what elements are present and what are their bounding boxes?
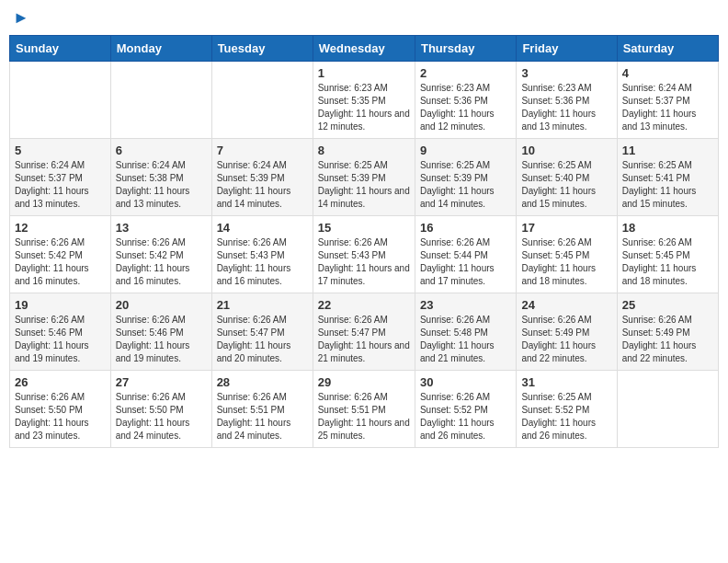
day-info: Sunrise: 6:26 AM Sunset: 5:45 PM Dayligh… bbox=[521, 237, 596, 286]
day-number: 14 bbox=[217, 221, 308, 235]
day-number: 5 bbox=[15, 144, 106, 157]
header-sunday: Sunday bbox=[10, 35, 111, 61]
day-number: 13 bbox=[116, 221, 207, 235]
day-info: Sunrise: 6:24 AM Sunset: 5:37 PM Dayligh… bbox=[15, 160, 89, 209]
day-number: 10 bbox=[521, 144, 611, 157]
day-number: 30 bbox=[420, 375, 511, 389]
header-wednesday: Wednesday bbox=[313, 35, 415, 61]
header-tuesday: Tuesday bbox=[211, 35, 313, 61]
calendar-cell: 13 Sunrise: 6:26 AM Sunset: 5:42 PM Dayl… bbox=[110, 215, 211, 293]
day-number: 8 bbox=[318, 144, 410, 157]
day-number: 1 bbox=[318, 66, 410, 80]
calendar-cell: 2 Sunrise: 6:23 AM Sunset: 5:36 PM Dayli… bbox=[415, 61, 516, 138]
page-header: ► bbox=[9, 9, 719, 28]
calendar-cell: 22 Sunrise: 6:26 AM Sunset: 5:47 PM Dayl… bbox=[313, 293, 415, 370]
calendar-cell: 23 Sunrise: 6:26 AM Sunset: 5:48 PM Dayl… bbox=[415, 293, 516, 370]
calendar-cell: 24 Sunrise: 6:26 AM Sunset: 5:49 PM Dayl… bbox=[517, 293, 617, 370]
day-info: Sunrise: 6:26 AM Sunset: 5:48 PM Dayligh… bbox=[420, 315, 495, 363]
day-number: 15 bbox=[318, 221, 410, 235]
day-number: 18 bbox=[622, 221, 713, 235]
day-number: 22 bbox=[318, 298, 410, 312]
day-info: Sunrise: 6:25 AM Sunset: 5:41 PM Dayligh… bbox=[622, 160, 697, 209]
day-number: 26 bbox=[15, 375, 106, 389]
calendar-cell: 30 Sunrise: 6:26 AM Sunset: 5:52 PM Dayl… bbox=[415, 370, 516, 447]
calendar-cell bbox=[10, 61, 111, 138]
calendar-cell: 8 Sunrise: 6:25 AM Sunset: 5:39 PM Dayli… bbox=[313, 138, 415, 215]
calendar-cell: 16 Sunrise: 6:26 AM Sunset: 5:44 PM Dayl… bbox=[415, 215, 516, 293]
day-number: 24 bbox=[521, 298, 611, 312]
day-info: Sunrise: 6:26 AM Sunset: 5:43 PM Dayligh… bbox=[217, 237, 291, 286]
day-info: Sunrise: 6:26 AM Sunset: 5:47 PM Dayligh… bbox=[217, 315, 291, 363]
day-info: Sunrise: 6:26 AM Sunset: 5:46 PM Dayligh… bbox=[15, 315, 89, 363]
calendar-week-1: 1 Sunrise: 6:23 AM Sunset: 5:35 PM Dayli… bbox=[10, 61, 719, 138]
calendar-cell: 29 Sunrise: 6:26 AM Sunset: 5:51 PM Dayl… bbox=[313, 370, 415, 447]
calendar-cell: 31 Sunrise: 6:25 AM Sunset: 5:52 PM Dayl… bbox=[517, 370, 617, 447]
day-info: Sunrise: 6:23 AM Sunset: 5:35 PM Dayligh… bbox=[318, 83, 410, 132]
calendar-cell: 15 Sunrise: 6:26 AM Sunset: 5:43 PM Dayl… bbox=[313, 215, 415, 293]
calendar-header-row: SundayMondayTuesdayWednesdayThursdayFrid… bbox=[10, 35, 719, 61]
day-info: Sunrise: 6:26 AM Sunset: 5:45 PM Dayligh… bbox=[622, 237, 697, 286]
logo: ► bbox=[13, 9, 29, 28]
day-number: 4 bbox=[622, 66, 713, 80]
day-info: Sunrise: 6:26 AM Sunset: 5:44 PM Dayligh… bbox=[420, 237, 495, 286]
calendar-cell bbox=[211, 61, 313, 138]
calendar-cell: 11 Sunrise: 6:25 AM Sunset: 5:41 PM Dayl… bbox=[617, 138, 718, 215]
calendar-cell bbox=[617, 370, 718, 447]
day-info: Sunrise: 6:24 AM Sunset: 5:38 PM Dayligh… bbox=[116, 160, 190, 209]
calendar-cell: 12 Sunrise: 6:26 AM Sunset: 5:42 PM Dayl… bbox=[10, 215, 111, 293]
day-info: Sunrise: 6:26 AM Sunset: 5:43 PM Dayligh… bbox=[318, 237, 410, 286]
day-info: Sunrise: 6:25 AM Sunset: 5:40 PM Dayligh… bbox=[521, 160, 596, 209]
calendar-cell: 21 Sunrise: 6:26 AM Sunset: 5:47 PM Dayl… bbox=[211, 293, 313, 370]
calendar-cell: 1 Sunrise: 6:23 AM Sunset: 5:35 PM Dayli… bbox=[313, 61, 415, 138]
day-number: 31 bbox=[521, 375, 611, 389]
calendar-cell: 7 Sunrise: 6:24 AM Sunset: 5:39 PM Dayli… bbox=[211, 138, 313, 215]
header-thursday: Thursday bbox=[415, 35, 516, 61]
day-info: Sunrise: 6:26 AM Sunset: 5:42 PM Dayligh… bbox=[116, 237, 190, 286]
day-number: 25 bbox=[622, 298, 713, 312]
day-info: Sunrise: 6:26 AM Sunset: 5:50 PM Dayligh… bbox=[15, 392, 89, 441]
calendar-cell: 19 Sunrise: 6:26 AM Sunset: 5:46 PM Dayl… bbox=[10, 293, 111, 370]
calendar-cell: 4 Sunrise: 6:24 AM Sunset: 5:37 PM Dayli… bbox=[617, 61, 718, 138]
calendar-cell: 20 Sunrise: 6:26 AM Sunset: 5:46 PM Dayl… bbox=[110, 293, 211, 370]
day-number: 11 bbox=[622, 144, 713, 157]
day-number: 29 bbox=[318, 375, 410, 389]
calendar-week-2: 5 Sunrise: 6:24 AM Sunset: 5:37 PM Dayli… bbox=[10, 138, 719, 215]
day-number: 20 bbox=[116, 298, 207, 312]
calendar-cell: 28 Sunrise: 6:26 AM Sunset: 5:51 PM Dayl… bbox=[211, 370, 313, 447]
day-info: Sunrise: 6:26 AM Sunset: 5:51 PM Dayligh… bbox=[217, 392, 291, 441]
day-info: Sunrise: 6:26 AM Sunset: 5:52 PM Dayligh… bbox=[420, 392, 495, 441]
day-info: Sunrise: 6:24 AM Sunset: 5:39 PM Dayligh… bbox=[217, 160, 291, 209]
calendar-cell: 10 Sunrise: 6:25 AM Sunset: 5:40 PM Dayl… bbox=[517, 138, 617, 215]
day-number: 6 bbox=[116, 144, 207, 157]
calendar-cell: 3 Sunrise: 6:23 AM Sunset: 5:36 PM Dayli… bbox=[517, 61, 617, 138]
day-info: Sunrise: 6:24 AM Sunset: 5:37 PM Dayligh… bbox=[622, 83, 697, 132]
day-info: Sunrise: 6:26 AM Sunset: 5:47 PM Dayligh… bbox=[318, 315, 410, 363]
day-number: 3 bbox=[521, 66, 611, 80]
day-number: 27 bbox=[116, 375, 207, 389]
day-number: 28 bbox=[217, 375, 308, 389]
calendar-table: SundayMondayTuesdayWednesdayThursdayFrid… bbox=[9, 35, 719, 448]
day-info: Sunrise: 6:26 AM Sunset: 5:51 PM Dayligh… bbox=[318, 392, 410, 441]
day-number: 16 bbox=[420, 221, 511, 235]
day-info: Sunrise: 6:26 AM Sunset: 5:49 PM Dayligh… bbox=[622, 315, 697, 363]
day-number: 21 bbox=[217, 298, 308, 312]
calendar-cell: 18 Sunrise: 6:26 AM Sunset: 5:45 PM Dayl… bbox=[617, 215, 718, 293]
day-number: 7 bbox=[217, 144, 308, 157]
calendar-week-4: 19 Sunrise: 6:26 AM Sunset: 5:46 PM Dayl… bbox=[10, 293, 719, 370]
header-saturday: Saturday bbox=[617, 35, 718, 61]
day-info: Sunrise: 6:23 AM Sunset: 5:36 PM Dayligh… bbox=[420, 83, 495, 132]
day-info: Sunrise: 6:25 AM Sunset: 5:39 PM Dayligh… bbox=[420, 160, 495, 209]
day-number: 9 bbox=[420, 144, 511, 157]
header-friday: Friday bbox=[517, 35, 617, 61]
calendar-cell bbox=[110, 61, 211, 138]
calendar-cell: 27 Sunrise: 6:26 AM Sunset: 5:50 PM Dayl… bbox=[110, 370, 211, 447]
calendar-cell: 26 Sunrise: 6:26 AM Sunset: 5:50 PM Dayl… bbox=[10, 370, 111, 447]
day-info: Sunrise: 6:26 AM Sunset: 5:49 PM Dayligh… bbox=[521, 315, 596, 363]
day-number: 17 bbox=[521, 221, 611, 235]
day-info: Sunrise: 6:23 AM Sunset: 5:36 PM Dayligh… bbox=[521, 83, 596, 132]
calendar-cell: 25 Sunrise: 6:26 AM Sunset: 5:49 PM Dayl… bbox=[617, 293, 718, 370]
calendar-cell: 17 Sunrise: 6:26 AM Sunset: 5:45 PM Dayl… bbox=[517, 215, 617, 293]
day-number: 19 bbox=[15, 298, 106, 312]
day-info: Sunrise: 6:26 AM Sunset: 5:46 PM Dayligh… bbox=[116, 315, 190, 363]
day-number: 12 bbox=[15, 221, 106, 235]
